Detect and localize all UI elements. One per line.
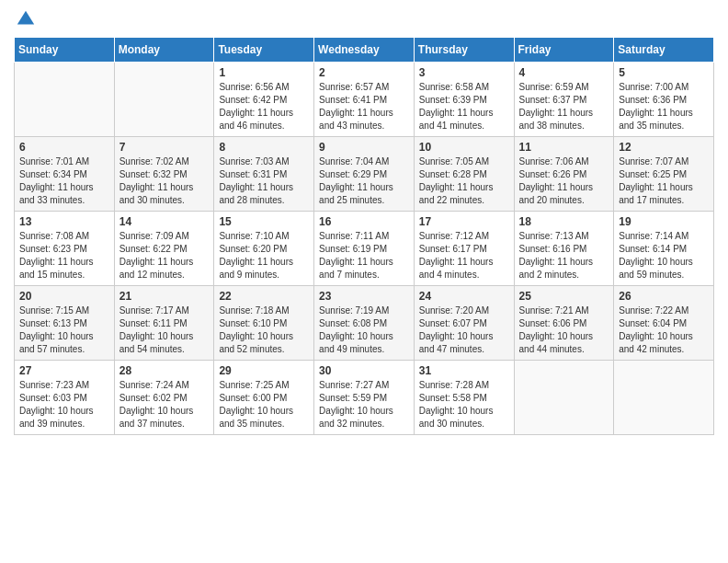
day-number: 18 [519,215,609,228]
day-info: Sunrise: 7:14 AMSunset: 6:14 PMDaylight:… [619,230,709,282]
day-info: Sunrise: 6:58 AMSunset: 6:39 PMDaylight:… [419,81,509,132]
weekday-header: Thursday [414,38,514,63]
day-info: Sunrise: 7:08 AMSunset: 6:23 PMDaylight:… [19,230,109,282]
day-number: 10 [419,141,509,154]
calendar-cell: 19Sunrise: 7:14 AMSunset: 6:14 PMDayligh… [614,212,714,286]
day-info: Sunrise: 6:57 AMSunset: 6:41 PMDaylight:… [319,81,409,132]
calendar-week-row: 13Sunrise: 7:08 AMSunset: 6:23 PMDayligh… [15,212,714,286]
day-number: 4 [519,66,609,79]
day-number: 24 [419,290,509,303]
weekday-header-row: SundayMondayTuesdayWednesdayThursdayFrid… [15,38,714,63]
weekday-header: Friday [514,38,614,63]
calendar-cell: 23Sunrise: 7:19 AMSunset: 6:08 PMDayligh… [314,286,415,361]
calendar-cell: 10Sunrise: 7:05 AMSunset: 6:28 PMDayligh… [414,137,514,212]
calendar-cell: 28Sunrise: 7:24 AMSunset: 6:02 PMDayligh… [114,361,214,435]
calendar-cell: 8Sunrise: 7:03 AMSunset: 6:31 PMDaylight… [214,137,314,212]
page-header [14,9,714,29]
calendar-cell [614,361,714,435]
day-info: Sunrise: 7:03 AMSunset: 6:31 PMDaylight:… [219,155,309,207]
day-info: Sunrise: 7:00 AMSunset: 6:36 PMDaylight:… [619,81,709,132]
day-info: Sunrise: 7:21 AMSunset: 6:06 PMDaylight:… [519,304,609,356]
day-number: 16 [319,215,409,228]
day-info: Sunrise: 7:24 AMSunset: 6:02 PMDaylight:… [119,379,210,431]
day-number: 7 [119,141,210,154]
day-info: Sunrise: 7:10 AMSunset: 6:20 PMDaylight:… [219,230,309,282]
svg-marker-0 [17,11,34,25]
calendar-cell: 22Sunrise: 7:18 AMSunset: 6:10 PMDayligh… [214,286,314,361]
calendar-cell: 7Sunrise: 7:02 AMSunset: 6:32 PMDaylight… [114,137,214,212]
day-info: Sunrise: 7:22 AMSunset: 6:04 PMDaylight:… [619,304,709,356]
day-info: Sunrise: 7:11 AMSunset: 6:19 PMDaylight:… [319,230,409,282]
calendar-cell: 9Sunrise: 7:04 AMSunset: 6:29 PMDaylight… [314,137,415,212]
day-number: 25 [519,290,609,303]
day-number: 2 [319,66,409,79]
day-info: Sunrise: 7:09 AMSunset: 6:22 PMDaylight:… [119,230,210,282]
calendar-cell [114,63,214,137]
calendar-cell: 3Sunrise: 6:58 AMSunset: 6:39 PMDaylight… [414,63,514,137]
calendar-cell: 15Sunrise: 7:10 AMSunset: 6:20 PMDayligh… [214,212,314,286]
day-number: 8 [219,141,309,154]
day-info: Sunrise: 6:59 AMSunset: 6:37 PMDaylight:… [519,81,609,132]
calendar-cell: 18Sunrise: 7:13 AMSunset: 6:16 PMDayligh… [514,212,614,286]
day-number: 29 [219,364,309,377]
day-info: Sunrise: 7:13 AMSunset: 6:16 PMDaylight:… [519,230,609,282]
day-number: 13 [19,215,109,228]
day-number: 14 [119,215,210,228]
weekday-header: Sunday [15,38,115,63]
calendar-cell: 29Sunrise: 7:25 AMSunset: 6:00 PMDayligh… [214,361,314,435]
calendar-cell: 11Sunrise: 7:06 AMSunset: 6:26 PMDayligh… [514,137,614,212]
calendar-cell: 1Sunrise: 6:56 AMSunset: 6:42 PMDaylight… [214,63,314,137]
day-info: Sunrise: 6:56 AMSunset: 6:42 PMDaylight:… [219,81,309,132]
day-number: 9 [319,141,409,154]
day-number: 28 [119,364,210,377]
weekday-header: Wednesday [314,38,415,63]
day-info: Sunrise: 7:02 AMSunset: 6:32 PMDaylight:… [119,155,210,207]
day-info: Sunrise: 7:15 AMSunset: 6:13 PMDaylight:… [19,304,109,356]
calendar-cell: 24Sunrise: 7:20 AMSunset: 6:07 PMDayligh… [414,286,514,361]
logo [14,9,36,29]
calendar-week-row: 1Sunrise: 6:56 AMSunset: 6:42 PMDaylight… [15,63,714,137]
day-number: 27 [19,364,109,377]
calendar-cell: 25Sunrise: 7:21 AMSunset: 6:06 PMDayligh… [514,286,614,361]
calendar-cell: 20Sunrise: 7:15 AMSunset: 6:13 PMDayligh… [15,286,115,361]
calendar-cell: 30Sunrise: 7:27 AMSunset: 5:59 PMDayligh… [314,361,415,435]
day-number: 23 [319,290,409,303]
day-info: Sunrise: 7:25 AMSunset: 6:00 PMDaylight:… [219,379,309,431]
day-number: 6 [19,141,109,154]
calendar-cell: 13Sunrise: 7:08 AMSunset: 6:23 PMDayligh… [15,212,115,286]
calendar-cell [15,63,115,137]
day-info: Sunrise: 7:20 AMSunset: 6:07 PMDaylight:… [419,304,509,356]
calendar-cell: 5Sunrise: 7:00 AMSunset: 6:36 PMDaylight… [614,63,714,137]
day-info: Sunrise: 7:04 AMSunset: 6:29 PMDaylight:… [319,155,409,207]
day-info: Sunrise: 7:05 AMSunset: 6:28 PMDaylight:… [419,155,509,207]
weekday-header: Saturday [614,38,714,63]
logo-icon [16,9,36,29]
calendar-cell: 27Sunrise: 7:23 AMSunset: 6:03 PMDayligh… [15,361,115,435]
calendar-cell: 14Sunrise: 7:09 AMSunset: 6:22 PMDayligh… [114,212,214,286]
calendar-cell: 2Sunrise: 6:57 AMSunset: 6:41 PMDaylight… [314,63,415,137]
day-number: 31 [419,364,509,377]
day-number: 12 [619,141,709,154]
calendar-week-row: 27Sunrise: 7:23 AMSunset: 6:03 PMDayligh… [15,361,714,435]
day-info: Sunrise: 7:27 AMSunset: 5:59 PMDaylight:… [319,379,409,431]
day-number: 5 [619,66,709,79]
day-info: Sunrise: 7:23 AMSunset: 6:03 PMDaylight:… [19,379,109,431]
day-number: 22 [219,290,309,303]
day-info: Sunrise: 7:01 AMSunset: 6:34 PMDaylight:… [19,155,109,207]
calendar-cell: 26Sunrise: 7:22 AMSunset: 6:04 PMDayligh… [614,286,714,361]
calendar-cell: 6Sunrise: 7:01 AMSunset: 6:34 PMDaylight… [15,137,115,212]
day-number: 3 [419,66,509,79]
day-info: Sunrise: 7:19 AMSunset: 6:08 PMDaylight:… [319,304,409,356]
calendar-cell: 4Sunrise: 6:59 AMSunset: 6:37 PMDaylight… [514,63,614,137]
calendar-cell: 17Sunrise: 7:12 AMSunset: 6:17 PMDayligh… [414,212,514,286]
calendar-cell [514,361,614,435]
day-info: Sunrise: 7:17 AMSunset: 6:11 PMDaylight:… [119,304,210,356]
calendar-cell: 12Sunrise: 7:07 AMSunset: 6:25 PMDayligh… [614,137,714,212]
day-number: 1 [219,66,309,79]
day-number: 20 [19,290,109,303]
day-number: 11 [519,141,609,154]
day-info: Sunrise: 7:28 AMSunset: 5:58 PMDaylight:… [419,379,509,431]
calendar-cell: 31Sunrise: 7:28 AMSunset: 5:58 PMDayligh… [414,361,514,435]
day-info: Sunrise: 7:07 AMSunset: 6:25 PMDaylight:… [619,155,709,207]
day-number: 15 [219,215,309,228]
